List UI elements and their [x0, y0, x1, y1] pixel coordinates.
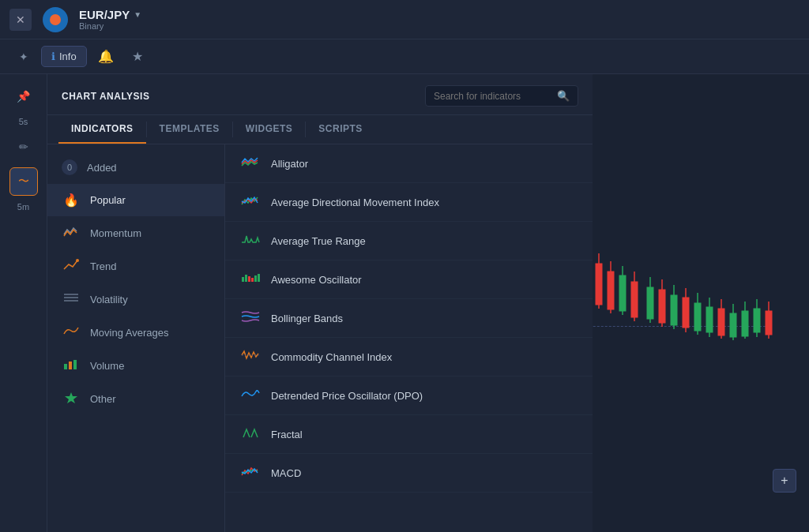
sidebar-lock-icon[interactable]: 📌 — [9, 82, 38, 111]
category-popular-label: Popular — [90, 194, 126, 206]
indicator-list: Alligator Average Directional Movement I… — [225, 144, 593, 532]
atr-icon — [239, 232, 262, 249]
svg-rect-48 — [64, 364, 67, 369]
svg-rect-56 — [254, 275, 257, 282]
category-volatility-label: Volatility — [90, 294, 128, 305]
category-trend-label: Trend — [90, 260, 116, 272]
category-moving-averages[interactable]: Moving Averages — [47, 316, 224, 349]
instrument-name[interactable]: EUR/JPY ▼ — [79, 8, 141, 21]
sidebar-5s-label[interactable]: 5s — [19, 117, 28, 126]
sidebar-wave-icon[interactable]: 〜 — [9, 167, 38, 196]
tab-widgets[interactable]: WIDGETS — [233, 115, 306, 144]
chart-analysis-panel: CHART ANALYSIS 🔍 INDICATORS TEMPLATES WI… — [47, 74, 593, 532]
indicator-atr[interactable]: Average True Range — [225, 222, 593, 260]
svg-point-44 — [76, 259, 79, 262]
svg-rect-53 — [245, 275, 247, 282]
indicator-bollinger-bands[interactable]: Bollinger Bands — [225, 299, 593, 338]
svg-rect-54 — [248, 276, 250, 282]
category-trend[interactable]: Trend — [47, 249, 224, 283]
category-momentum-label: Momentum — [90, 227, 141, 239]
macd-icon — [239, 464, 262, 481]
notification-button[interactable]: 🔔 — [93, 44, 119, 69]
info-label: Info — [59, 51, 77, 62]
category-other-label: Other — [90, 393, 116, 405]
momentum-icon — [62, 225, 81, 241]
second-bar: ✦ ℹ Info 🔔 ★ — [0, 39, 809, 74]
ao-label: Awesome Oscillator — [271, 274, 362, 286]
svg-rect-52 — [242, 277, 244, 282]
indicator-alligator[interactable]: Alligator — [225, 144, 593, 183]
svg-rect-55 — [251, 278, 254, 282]
category-volume-label: Volume — [90, 360, 124, 372]
info-icon: ℹ — [51, 51, 55, 62]
category-added-label: Added — [87, 162, 117, 174]
volume-icon — [62, 358, 81, 373]
dropdown-chevron: ▼ — [134, 10, 141, 19]
star-button[interactable]: ★ — [125, 44, 150, 69]
category-other[interactable]: Other — [47, 382, 224, 415]
search-icon: 🔍 — [557, 90, 570, 102]
macd-label: MACD — [271, 467, 301, 479]
panel-body: 0 Added 🔥 Popular Momentum Trend — [47, 144, 593, 532]
close-icon: ✕ — [16, 13, 25, 26]
instrument-flag — [43, 7, 68, 32]
admi-icon — [239, 193, 262, 211]
pin-button[interactable]: ✦ — [13, 46, 35, 68]
bb-label: Bollinger Bands — [271, 313, 343, 324]
cci-icon — [239, 348, 262, 365]
close-button[interactable]: ✕ — [9, 9, 32, 31]
alligator-label: Alligator — [271, 158, 308, 170]
indicator-macd[interactable]: MACD — [225, 454, 593, 493]
panel-tabs: INDICATORS TEMPLATES WIDGETS SCRIPTS — [47, 115, 593, 144]
category-added[interactable]: 0 Added — [47, 151, 224, 184]
trend-icon — [62, 258, 81, 274]
category-moving-averages-label: Moving Averages — [90, 327, 169, 339]
dpo-label: Detrended Price Oscillator (DPO) — [271, 390, 423, 402]
tab-templates[interactable]: TEMPLATES — [147, 115, 232, 144]
svg-marker-51 — [65, 392, 77, 403]
admi-label: Average Directional Movement Index — [271, 197, 439, 208]
indicator-dpo[interactable]: Detrended Price Oscillator (DPO) — [225, 377, 593, 415]
atr-label: Average True Range — [271, 235, 366, 247]
dpo-icon — [239, 387, 262, 404]
alligator-icon — [239, 155, 262, 172]
tab-scripts[interactable]: SCRIPTS — [306, 115, 375, 144]
svg-rect-57 — [258, 274, 260, 282]
other-icon — [62, 391, 81, 406]
svg-rect-49 — [69, 362, 72, 369]
category-list: 0 Added 🔥 Popular Momentum Trend — [47, 144, 225, 532]
tab-indicators[interactable]: INDICATORS — [58, 115, 146, 144]
cci-label: Commodity Channel Index — [271, 351, 392, 363]
moving-averages-icon — [62, 324, 81, 340]
instrument-type: Binary — [79, 21, 141, 31]
search-input[interactable] — [434, 91, 552, 102]
panel-header: CHART ANALYSIS 🔍 — [47, 74, 593, 115]
panel-title: CHART ANALYSIS — [62, 91, 149, 102]
category-volume[interactable]: Volume — [47, 349, 224, 382]
search-container[interactable]: 🔍 — [425, 85, 578, 107]
info-button[interactable]: ℹ Info — [41, 46, 87, 67]
sidebar-5m-label[interactable]: 5m — [17, 202, 29, 212]
fractal-label: Fractal — [271, 429, 303, 440]
ao-icon — [239, 271, 262, 288]
bb-icon — [239, 309, 262, 327]
zoom-plus-button[interactable]: + — [773, 469, 796, 493]
popular-icon: 🔥 — [62, 193, 81, 208]
indicator-fractal[interactable]: Fractal — [225, 415, 593, 454]
category-popular[interactable]: 🔥 Popular — [47, 184, 224, 216]
category-momentum[interactable]: Momentum — [47, 216, 224, 249]
category-volatility[interactable]: Volatility — [47, 283, 224, 316]
sidebar-pencil-icon[interactable]: ✏ — [9, 133, 38, 161]
left-sidebar: 📌 5s ✏ 〜 5m — [0, 74, 47, 532]
volatility-icon — [62, 291, 81, 307]
svg-rect-50 — [73, 360, 77, 369]
added-badge: 0 — [62, 159, 77, 175]
top-bar: ✕ EUR/JPY ▼ Binary — [0, 0, 809, 39]
indicator-admi[interactable]: Average Directional Movement Index — [225, 183, 593, 222]
indicator-cci[interactable]: Commodity Channel Index — [225, 338, 593, 377]
fractal-icon — [239, 425, 262, 443]
indicator-awesome-oscillator[interactable]: Awesome Oscillator — [225, 260, 593, 299]
